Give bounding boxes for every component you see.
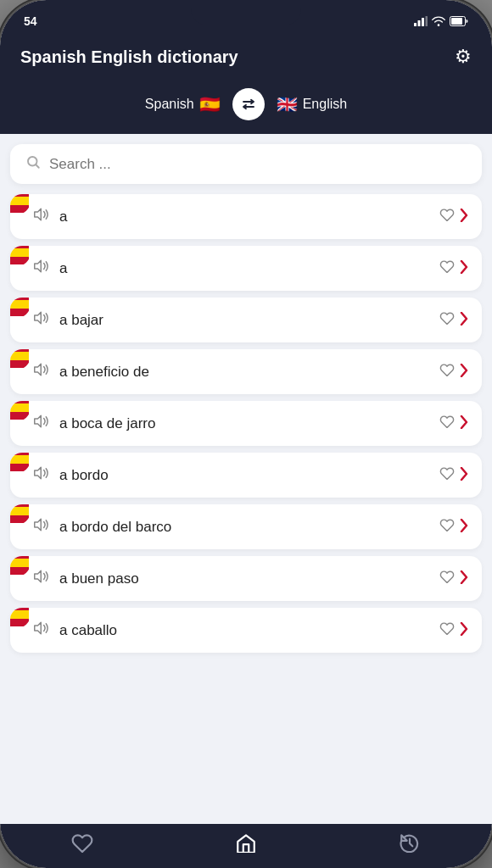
spanish-flag-corner xyxy=(10,556,29,575)
favorite-icon[interactable] xyxy=(439,208,455,225)
app-header: Spanish English dictionary ⚙ xyxy=(0,37,492,81)
word-actions xyxy=(439,363,468,381)
svg-rect-5 xyxy=(451,18,462,25)
chevron-right-icon[interactable] xyxy=(460,467,468,484)
chevron-right-icon[interactable] xyxy=(460,519,468,536)
sound-icon[interactable] xyxy=(34,518,49,536)
word-item[interactable]: a xyxy=(10,194,482,239)
sound-icon[interactable] xyxy=(34,208,49,225)
svg-marker-9 xyxy=(35,260,42,272)
word-item[interactable]: a boca de jarro xyxy=(10,401,482,446)
word-actions xyxy=(439,311,468,329)
word-text: a buen paso xyxy=(59,570,439,587)
home-nav-icon xyxy=(235,832,257,853)
search-input[interactable] xyxy=(49,156,467,173)
svg-marker-15 xyxy=(35,570,42,582)
favorite-icon[interactable] xyxy=(439,518,455,536)
flag-corner xyxy=(10,453,29,471)
sound-icon[interactable] xyxy=(34,415,49,432)
word-actions xyxy=(439,208,468,225)
word-actions xyxy=(439,466,468,484)
sound-icon[interactable] xyxy=(34,311,49,329)
favorite-icon[interactable] xyxy=(439,311,455,329)
spanish-flag-corner xyxy=(10,246,29,264)
flag-corner xyxy=(10,246,29,264)
phone-screen: 54 xyxy=(0,0,492,868)
favorite-icon[interactable] xyxy=(439,363,455,381)
word-text: a boca de jarro xyxy=(59,415,439,432)
spanish-flag-corner xyxy=(10,453,29,471)
swap-languages-button[interactable] xyxy=(232,88,265,120)
sound-icon[interactable] xyxy=(34,621,49,639)
sound-icon[interactable] xyxy=(34,466,49,484)
word-item[interactable]: a bordo xyxy=(10,453,482,498)
word-item[interactable]: a bajar xyxy=(10,298,482,342)
flag-corner xyxy=(10,504,29,523)
word-item[interactable]: a xyxy=(10,246,482,291)
settings-icon[interactable]: ⚙ xyxy=(455,46,472,68)
word-actions xyxy=(439,570,468,587)
word-text: a bajar xyxy=(59,312,439,329)
word-item[interactable]: a bordo del barco xyxy=(10,504,482,549)
word-text: a bordo del barco xyxy=(59,519,439,536)
word-list: a xyxy=(10,194,482,663)
flag-corner xyxy=(10,608,29,626)
favorite-icon[interactable] xyxy=(439,466,455,484)
word-text: a xyxy=(59,209,439,225)
signal-icon xyxy=(414,16,428,26)
svg-rect-1 xyxy=(418,20,421,26)
source-lang-text: Spanish xyxy=(145,97,194,112)
nav-home[interactable] xyxy=(235,832,257,853)
status-time: 54 xyxy=(24,14,37,28)
word-actions xyxy=(439,518,468,536)
chevron-right-icon[interactable] xyxy=(460,312,468,329)
target-lang-text: English xyxy=(303,97,347,112)
svg-marker-12 xyxy=(35,415,42,427)
sound-icon[interactable] xyxy=(34,259,49,277)
source-flag: 🇪🇸 xyxy=(199,94,221,114)
word-actions xyxy=(439,259,468,277)
nav-favorites[interactable] xyxy=(71,832,93,853)
chevron-right-icon[interactable] xyxy=(460,260,468,277)
sound-icon[interactable] xyxy=(34,363,49,381)
chevron-right-icon[interactable] xyxy=(460,364,468,381)
spanish-flag-corner xyxy=(10,608,29,626)
spanish-flag-corner xyxy=(10,298,29,316)
status-icons xyxy=(414,16,468,26)
app-title: Spanish English dictionary xyxy=(20,47,238,67)
wifi-icon xyxy=(432,16,445,26)
phone-shell: 54 xyxy=(0,0,492,868)
word-text: a xyxy=(59,260,439,277)
word-text: a beneficio de xyxy=(59,364,439,381)
chevron-right-icon[interactable] xyxy=(460,209,468,225)
chevron-right-icon[interactable] xyxy=(460,570,468,587)
target-language: 🇬🇧 English xyxy=(277,94,347,114)
word-item[interactable]: a buen paso xyxy=(10,556,482,601)
word-item[interactable]: a beneficio de xyxy=(10,349,482,394)
svg-line-7 xyxy=(36,164,38,167)
word-text: a caballo xyxy=(59,622,439,639)
favorite-icon[interactable] xyxy=(439,259,455,277)
favorite-icon[interactable] xyxy=(439,415,455,432)
favorite-icon[interactable] xyxy=(439,570,455,587)
flag-corner xyxy=(10,401,29,420)
chevron-right-icon[interactable] xyxy=(460,622,468,639)
flag-corner xyxy=(10,556,29,575)
battery-icon xyxy=(450,16,468,26)
word-item[interactable]: a caballo xyxy=(10,608,482,653)
flag-corner xyxy=(10,349,29,368)
sound-icon[interactable] xyxy=(34,570,49,587)
chevron-right-icon[interactable] xyxy=(460,415,468,432)
target-flag: 🇬🇧 xyxy=(277,94,298,114)
spanish-flag-corner xyxy=(10,401,29,420)
nav-history[interactable] xyxy=(399,832,421,853)
source-language: Spanish 🇪🇸 xyxy=(145,94,221,114)
word-text: a bordo xyxy=(59,467,439,484)
search-bar[interactable] xyxy=(10,144,482,184)
favorite-icon[interactable] xyxy=(439,621,455,639)
flag-corner xyxy=(10,298,29,316)
word-actions xyxy=(439,621,468,639)
spanish-flag-corner xyxy=(10,504,29,523)
heart-nav-icon xyxy=(71,832,93,853)
content-area: a xyxy=(0,134,492,824)
